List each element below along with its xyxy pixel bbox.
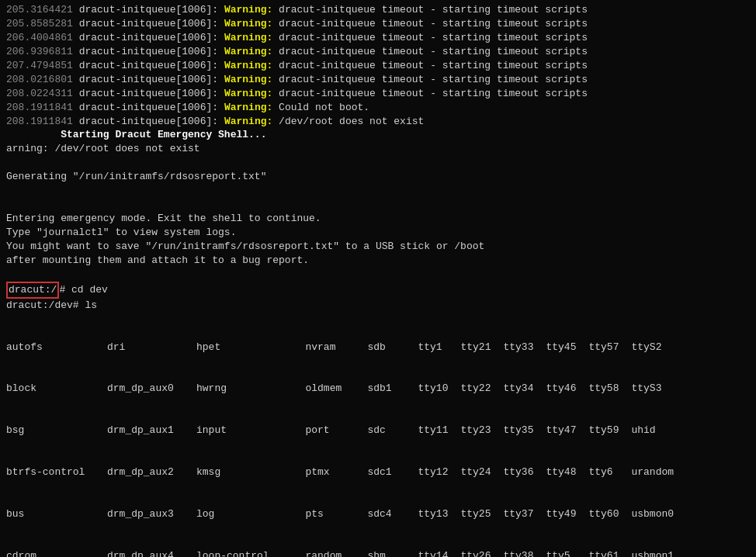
file-item: ttyS3	[631, 382, 698, 396]
file-item: nvram	[305, 341, 367, 355]
file-item: ptmx	[305, 465, 367, 479]
col-8: tty33 tty34 tty35 tty36 tty37 tty38 tty3…	[503, 313, 546, 557]
file-item: ttyS2	[631, 341, 698, 355]
file-item: tty12	[418, 465, 460, 479]
file-item: tty1	[418, 341, 460, 355]
file-item: tty61	[588, 549, 631, 557]
col-4: nvram oldmem port ptmx pts random raw rt…	[305, 313, 367, 557]
file-item: kmsg	[196, 465, 305, 479]
file-item: sdc4	[367, 507, 418, 521]
bug-report-hint: after mounting them and attach it to a b…	[6, 254, 750, 268]
file-item: bus	[6, 507, 107, 521]
file-item: shm	[367, 549, 418, 557]
file-item: tty6	[588, 465, 631, 479]
file-item: usbmon0	[631, 507, 698, 521]
file-item: hpet	[196, 341, 305, 355]
file-item: oldmem	[305, 382, 367, 396]
file-item: tty48	[546, 465, 588, 479]
file-item: sdb	[367, 341, 418, 355]
blank-line	[6, 268, 750, 282]
file-item: autofs	[6, 341, 107, 355]
file-item: btrfs-control	[6, 465, 107, 479]
file-item: block	[6, 382, 107, 396]
file-item: drm_dp_aux3	[107, 507, 196, 521]
boot-log-line: 205.8585281 dracut-initqueue[1006]: Warn…	[6, 17, 750, 31]
file-item: tty49	[546, 507, 588, 521]
file-item: drm_dp_aux0	[107, 382, 196, 396]
file-item: tty26	[460, 549, 503, 557]
file-item: tty57	[588, 341, 631, 355]
prompt-cd-line[interactable]: dracut:/# cd dev	[6, 282, 750, 299]
file-item: tty47	[546, 424, 588, 438]
file-item: drm_dp_aux4	[107, 549, 196, 557]
file-item: tty5	[546, 549, 588, 557]
boot-log-line: 208.0224311 dracut-initqueue[1006]: Warn…	[6, 87, 750, 101]
file-item: tty33	[503, 341, 546, 355]
file-item: sdc1	[367, 465, 418, 479]
file-item: urandom	[631, 465, 698, 479]
prompt-ls-line[interactable]: dracut:/dev# ls	[6, 299, 750, 313]
file-item: tty36	[503, 465, 546, 479]
file-item: tty59	[588, 424, 631, 438]
file-item: tty22	[460, 382, 503, 396]
warning-root-line: arning: /dev/root does not exist	[6, 142, 750, 156]
file-item: pts	[305, 507, 367, 521]
col-1: autofs block bsg btrfs-control bus cdrom…	[6, 313, 107, 557]
file-item: tty60	[588, 507, 631, 521]
blank-line	[6, 156, 750, 170]
boot-log-line: 207.4794851 dracut-initqueue[1006]: Warn…	[6, 59, 750, 73]
file-item: tty34	[503, 382, 546, 396]
file-item: sdc	[367, 424, 418, 438]
file-item: tty45	[546, 341, 588, 355]
file-item: tty37	[503, 507, 546, 521]
file-item: drm_dp_aux1	[107, 424, 196, 438]
file-item: tty10	[418, 382, 460, 396]
boot-log-line: 206.9396811 dracut-initqueue[1006]: Warn…	[6, 45, 750, 59]
blank-line	[6, 198, 750, 212]
col-6: tty1 tty10 tty11 tty12 tty13 tty14 tty15…	[418, 313, 460, 557]
file-item: uhid	[631, 424, 698, 438]
file-item: loop-control	[196, 549, 305, 557]
file-item: random	[305, 549, 367, 557]
file-item: tty13	[418, 507, 460, 521]
file-item: cdrom	[6, 549, 107, 557]
file-item: input	[196, 424, 305, 438]
file-item: tty35	[503, 424, 546, 438]
file-item: hwrng	[196, 382, 305, 396]
col-7: tty21 tty22 tty23 tty24 tty25 tty26 tty2…	[460, 313, 503, 557]
file-item: tty21	[460, 341, 503, 355]
col-5: sdb sdb1 sdc sdc1 sdc4 shm snapshot sr0 …	[367, 313, 418, 557]
file-item: tty14	[418, 549, 460, 557]
generating-line: Generating "/run/initramfs/rdsosreport.t…	[6, 170, 750, 184]
col-3: hpet hwrng input kmsg log loop-control m…	[196, 313, 305, 557]
file-item: tty46	[546, 382, 588, 396]
boot-log-line: 206.4004861 dracut-initqueue[1006]: Warn…	[6, 31, 750, 45]
col-11: ttyS2 ttyS3 uhid urandom usbmon0 usbmon1…	[631, 313, 698, 557]
col-10: tty57 tty58 tty59 tty6 tty60 tty61 tty62…	[588, 313, 631, 557]
col-9: tty45 tty46 tty47 tty48 tty49 tty5 tty50…	[546, 313, 588, 557]
dracut-shell-start: Starting Dracut Emergency Shell...	[6, 128, 750, 142]
file-listing: autofs block bsg btrfs-control bus cdrom…	[6, 313, 750, 557]
emergency-mode-line: Entering emergency mode. Exit the shell …	[6, 212, 750, 226]
file-item: tty11	[418, 424, 460, 438]
boot-log-line: 208.0216801 dracut-initqueue[1006]: Warn…	[6, 73, 750, 87]
col-2: dri drm_dp_aux0 drm_dp_aux1 drm_dp_aux2 …	[107, 313, 196, 557]
terminal-screen: 205.3164421 dracut-initqueue[1006]: Warn…	[0, 0, 756, 557]
boot-log-line: 208.1911841 dracut-initqueue[1006]: Warn…	[6, 115, 750, 129]
boot-log-line: 208.1911841 dracut-initqueue[1006]: Warn…	[6, 101, 750, 115]
file-item: usbmon1	[631, 549, 698, 557]
file-item: tty38	[503, 549, 546, 557]
file-item: dri	[107, 341, 196, 355]
file-item: port	[305, 424, 367, 438]
file-item: tty24	[460, 465, 503, 479]
boot-log-line: 205.3164421 dracut-initqueue[1006]: Warn…	[6, 3, 750, 17]
journalctl-hint: Type "journalctl" to view system logs.	[6, 226, 750, 240]
save-hint: You might want to save "/run/initramfs/r…	[6, 240, 750, 254]
blank-line	[6, 184, 750, 198]
file-item: tty23	[460, 424, 503, 438]
file-item: sdb1	[367, 382, 418, 396]
file-item: bsg	[6, 424, 107, 438]
prompt-highlight: dracut:/	[6, 282, 59, 299]
file-item: tty58	[588, 382, 631, 396]
file-item: tty25	[460, 507, 503, 521]
